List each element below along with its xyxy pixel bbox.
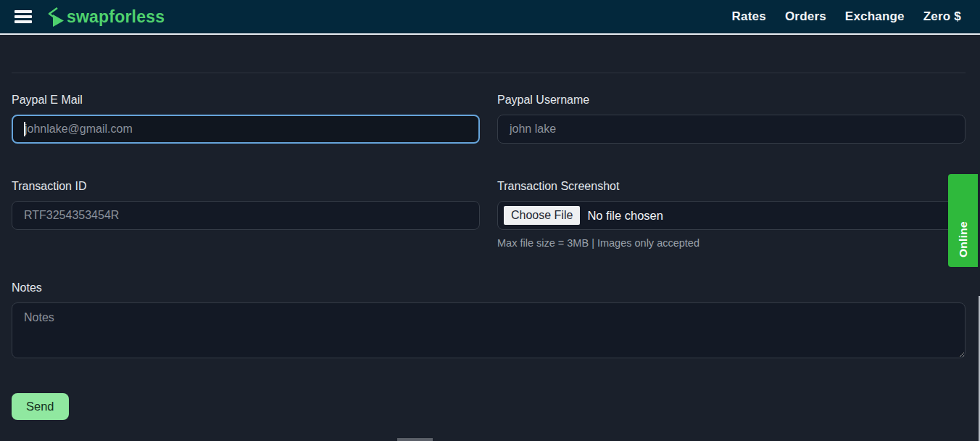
notes-textarea[interactable] <box>12 302 966 358</box>
transaction-id-label: Transaction ID <box>12 180 480 193</box>
paypal-username-label: Paypal Username <box>497 94 966 107</box>
swap-logo-icon <box>46 6 65 28</box>
order-form-page: Paypal E Mail Paypal Username Transactio… <box>0 73 980 420</box>
send-button[interactable]: Send <box>12 393 69 420</box>
transaction-screenshot-label: Transaction Screenshot <box>497 180 966 193</box>
nav-item-zero-fees[interactable]: Zero $ <box>923 9 961 24</box>
file-chosen-status: No file chosen <box>587 209 663 223</box>
hamburger-menu-icon[interactable] <box>14 10 32 23</box>
paypal-email-label: Paypal E Mail <box>12 94 480 107</box>
nav-item-orders[interactable]: Orders <box>785 9 826 24</box>
nav-item-exchange[interactable]: Exchange <box>845 9 905 24</box>
payment-details-form: Paypal E Mail Paypal Username Transactio… <box>12 73 966 420</box>
top-navbar: swapforless Rates Orders Exchange Zero $ <box>0 0 980 35</box>
choose-file-button[interactable]: Choose File <box>504 206 580 225</box>
main-nav: Rates Orders Exchange Zero $ <box>732 9 961 24</box>
horizontal-scrollbar-thumb[interactable] <box>397 438 433 441</box>
brand-logo[interactable]: swapforless <box>46 6 165 28</box>
nav-item-rates[interactable]: Rates <box>732 9 766 24</box>
text-caret <box>24 122 25 136</box>
online-status-label: Online <box>957 221 970 257</box>
notes-field-group: Notes <box>12 281 966 361</box>
online-status-badge[interactable]: Online <box>948 174 978 267</box>
transaction-id-field-group: Transaction ID <box>12 144 480 249</box>
paypal-email-input[interactable] <box>12 115 480 144</box>
transaction-screenshot-file-input[interactable]: Choose File No file chosen <box>497 201 966 230</box>
paypal-email-field-group: Paypal E Mail <box>12 73 480 144</box>
paypal-username-input[interactable] <box>497 115 966 144</box>
notes-label: Notes <box>12 281 966 294</box>
transaction-id-input[interactable] <box>12 201 480 230</box>
paypal-username-field-group: Paypal Username <box>497 73 966 144</box>
brand-name: swapforless <box>67 7 165 27</box>
transaction-screenshot-field-group: Transaction Screenshot Choose File No fi… <box>497 144 966 249</box>
file-size-helper-text: Max file size = 3MB | Images only accept… <box>497 237 966 249</box>
